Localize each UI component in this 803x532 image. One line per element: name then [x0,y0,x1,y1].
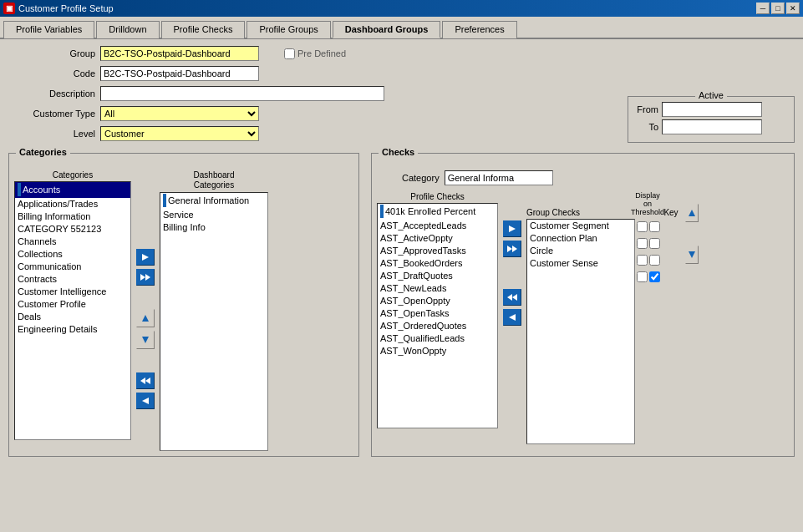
display-on-label: Display on [635,192,660,209]
list-item[interactable]: AST_BookedOrders [378,257,497,270]
list-item[interactable]: AST_QualifiedLeads [378,332,497,345]
list-item[interactable] [160,334,267,347]
list-item[interactable]: CATEGORY 552123 [15,223,130,236]
list-item[interactable]: AST_NewLeads [378,282,497,295]
active-box: Active From To [628,96,795,143]
list-item[interactable]: Billing Info [160,221,267,234]
category-label: Category [402,173,440,183]
dashboard-categories-list[interactable]: General Information Service Billing Info [160,192,268,451]
up-in-dashboard-button[interactable] [136,309,155,327]
list-item[interactable] [160,259,267,271]
list-item[interactable] [160,246,267,259]
list-item[interactable]: Engineering Details [15,323,130,336]
profile-checks-label: Profile Checks [377,192,498,201]
dashboard-categories-label: DashboardCategories [160,170,268,190]
list-item[interactable]: AST_ActiveOppty [378,232,497,245]
down-in-dashboard-button[interactable] [136,331,155,349]
group-up-button[interactable] [685,204,699,222]
threshold-cb-4[interactable] [649,271,660,282]
close-button[interactable]: ✕ [786,3,800,14]
checks-move-all-right-button[interactable] [503,241,521,257]
list-item[interactable]: AST_DraftQuotes [378,270,497,282]
predefined-checkbox[interactable] [284,48,295,59]
category-input[interactable] [445,170,553,185]
group-down-button[interactable] [685,246,699,264]
list-item[interactable] [160,284,267,296]
list-item[interactable]: AST_OpenTasks [378,307,497,320]
threshold-cb-1[interactable] [649,221,660,232]
app-icon: ▣ [3,3,15,14]
code-label: Code [17,68,100,79]
list-item[interactable]: Accounts [15,182,130,198]
checks-move-left-button[interactable] [503,309,521,326]
sections-row: Categories Categories Accounts Applicati… [8,153,795,457]
list-item[interactable]: Customer Segment [527,220,634,232]
code-input[interactable] [100,66,259,81]
list-item[interactable]: AST_OpenOppty [378,295,497,307]
list-item[interactable]: Customer Intelligence [15,286,130,298]
maximize-button[interactable]: □ [771,3,785,14]
list-item[interactable]: Contracts [15,273,130,286]
dashboard-categories-col: DashboardCategories General Information … [160,170,268,451]
list-item[interactable]: Connection Plan [527,232,634,245]
list-item[interactable] [160,322,267,334]
list-item[interactable]: AST_WonOppty [378,345,497,357]
list-item[interactable]: Communication [15,261,130,273]
move-all-right-button[interactable] [136,269,155,286]
list-item[interactable]: AST_OrderedQuotes [378,320,497,332]
list-item[interactable] [160,271,267,284]
tab-preferences[interactable]: Preferences [442,21,516,38]
threshold-cb-2[interactable] [649,238,660,249]
tab-profile-checks[interactable]: Profile Checks [161,21,246,38]
key-label: Key [663,208,678,217]
minimize-button[interactable]: ─ [756,3,770,14]
move-right-button[interactable] [136,249,155,266]
from-input[interactable] [662,102,762,117]
move-all-left-button[interactable] [136,372,155,389]
list-item[interactable]: Customer Profile [15,298,130,311]
checks-move-all-left-button[interactable] [503,289,521,306]
tab-profile-variables[interactable]: Profile Variables [3,21,94,38]
desc-label: Description [17,89,100,99]
threshold-cb-3[interactable] [649,255,660,266]
tab-dashboard-groups[interactable]: Dashboard Groups [333,21,441,38]
description-input[interactable] [100,86,384,101]
tab-profile-groups[interactable]: Profile Groups [246,21,330,38]
profile-checks-list[interactable]: 401k Enrolled Percent AST_AcceptedLeads … [377,203,498,428]
list-item[interactable]: Service [160,209,267,221]
title-bar: ▣ Customer Profile Setup ─ □ ✕ [0,0,803,17]
list-item[interactable] [160,296,267,309]
display-cb-4[interactable] [637,271,648,282]
list-item[interactable]: Deals [15,311,130,323]
list-item[interactable]: Channels [15,236,130,248]
svg-marker-1 [140,274,145,281]
list-item[interactable]: Circle [527,245,634,257]
list-item[interactable]: Billing Information [15,210,130,223]
list-item[interactable]: General Information [160,193,267,209]
svg-marker-3 [142,315,149,322]
group-input[interactable] [100,46,259,61]
list-item[interactable]: Applications/Trades [15,198,130,210]
list-item[interactable]: Customer Sense [527,257,634,270]
tabs-bar: Profile Variables Drilldown Profile Chec… [0,17,803,39]
customer-type-select[interactable]: All Individual Business [100,106,259,121]
list-item[interactable] [160,234,267,246]
list-item[interactable]: Collections [15,248,130,261]
tab-drilldown[interactable]: Drilldown [96,21,159,38]
list-item[interactable]: 401k Enrolled Percent [378,204,497,220]
display-cb-1[interactable] [637,221,648,232]
display-cb-3[interactable] [637,255,648,266]
svg-marker-14 [689,210,695,216]
list-item[interactable]: AST_ApprovedTasks [378,245,497,257]
svg-marker-4 [142,337,149,343]
level-select[interactable]: Customer Account Service [100,126,259,141]
to-input[interactable] [662,119,762,134]
group-checks-list[interactable]: Customer Segment Connection Plan Circle … [526,219,635,444]
move-left-button[interactable] [136,393,155,409]
list-item[interactable]: AST_AcceptedLeads [378,220,497,232]
list-item[interactable] [160,309,267,322]
checks-move-right-button[interactable] [503,220,521,237]
categories-list[interactable]: Accounts Applications/Trades Billing Inf… [14,181,131,440]
display-cb-2[interactable] [637,238,648,249]
svg-marker-11 [512,294,517,301]
